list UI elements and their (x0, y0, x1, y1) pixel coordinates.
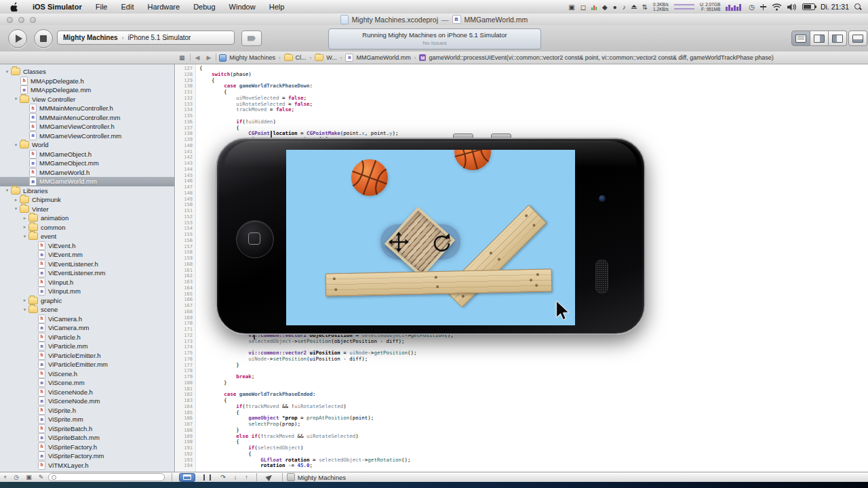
line-number-gutter[interactable]: 1271281291301311321331341351361371381391… (176, 64, 196, 472)
disclosure-icon[interactable]: ▾ (22, 307, 28, 312)
sidebar-item-vispritebatch-h[interactable]: hViSpriteBatch.h (0, 424, 174, 434)
disclosure-icon[interactable]: ▾ (13, 142, 19, 148)
line-number[interactable]: 158 (176, 249, 193, 256)
line-number[interactable]: 190 (176, 439, 193, 445)
sidebar-item-viparticle-mm[interactable]: mViParticle.mm (0, 342, 174, 351)
code-line[interactable] (199, 368, 868, 374)
breadcrumb-group-world[interactable]: W...› (315, 54, 342, 61)
code-line[interactable]: uiNode->setPosition(uiPosition - diff); (199, 357, 868, 363)
line-number[interactable]: 149 (176, 197, 193, 203)
line-number[interactable]: 154 (176, 226, 193, 232)
line-number[interactable]: 135 (176, 113, 193, 119)
sidebar-item-view-controller[interactable]: ▾View Controller (0, 95, 174, 104)
stop-button[interactable] (34, 29, 53, 48)
menu-item-file[interactable]: File (89, 3, 115, 11)
sidebar-item-classes[interactable]: ▾Classes (0, 67, 174, 77)
sidebar-item-visprite-h[interactable]: hViSprite.h (0, 406, 174, 415)
updown-arrows-icon[interactable]: ⇅ (642, 3, 648, 11)
navigator-filter-field[interactable] (48, 473, 165, 481)
disclosure-icon[interactable]: ▾ (4, 188, 10, 193)
line-number[interactable]: 141 (176, 149, 193, 155)
step-out-button[interactable]: ↑ (245, 474, 248, 481)
code-line[interactable]: } (199, 363, 868, 369)
sidebar-item-viinput-h[interactable]: hViInput.h (0, 278, 174, 287)
disclosure-icon[interactable]: ▾ (13, 96, 19, 102)
line-number[interactable]: 169 (176, 315, 193, 321)
code-line[interactable]: } (199, 380, 868, 386)
standard-editor-button[interactable] (791, 30, 810, 46)
line-number[interactable]: 139 (176, 137, 193, 143)
code-line[interactable]: case gameWorldTrackPhaseDown: (199, 83, 868, 89)
window-title-bar[interactable]: Mighty Machines.xcodeproj — m MMGameWorl… (0, 14, 868, 26)
screen-recording-icon[interactable]: ▣ (568, 3, 574, 11)
view-toggle-button[interactable] (848, 30, 867, 46)
sidebar-item-mmappdelegate-h[interactable]: hMMAppDelegate.h (0, 77, 174, 86)
line-number[interactable]: 161 (176, 268, 193, 274)
unsaved-filter-icon[interactable]: ✎ (35, 474, 47, 481)
code-line[interactable]: rotation -= 45.0; (199, 463, 868, 469)
line-number[interactable]: 156 (176, 238, 193, 244)
line-number[interactable]: 193 (176, 458, 193, 464)
sidebar-item-vitmxlayer-h[interactable]: hViTMXLayer.h (0, 461, 174, 470)
simulate-location-button[interactable] (265, 473, 273, 481)
plank-horizontal[interactable] (326, 269, 553, 297)
line-number[interactable]: 155 (176, 232, 193, 238)
breadcrumb-file[interactable]: mMMGameWorld.mm› (345, 54, 416, 62)
line-number[interactable]: 142 (176, 155, 193, 161)
disclosure-icon[interactable]: ▾ (4, 69, 10, 75)
battery-icon[interactable] (802, 3, 815, 10)
line-number[interactable]: 148 (176, 190, 193, 197)
line-number[interactable]: 180 (176, 380, 193, 386)
simulator-screen[interactable] (286, 150, 575, 325)
line-number[interactable]: 177 (176, 363, 193, 369)
step-into-button[interactable]: ↓ (234, 474, 237, 481)
accessibility-icon[interactable] (760, 4, 766, 10)
sidebar-item-mmgameobject-h[interactable]: hMMGameObject.h (0, 150, 174, 159)
sidebar-item-vispritefactory-h[interactable]: hViSpriteFactory.h (0, 443, 174, 452)
disclosure-icon[interactable]: ▸ (22, 216, 28, 221)
line-number[interactable]: 146 (176, 178, 193, 184)
run-button[interactable] (8, 29, 27, 48)
line-number[interactable]: 143 (176, 161, 193, 167)
code-line[interactable]: else if(!trackMoved && uiRotateSelected) (199, 434, 868, 440)
menu-item-debug[interactable]: Debug (186, 3, 222, 11)
sidebar-item-event[interactable]: ▾event (0, 232, 174, 241)
line-number[interactable]: 179 (176, 374, 193, 380)
line-number[interactable]: 163 (176, 279, 193, 285)
sidebar-item-viparticle-h[interactable]: hViParticle.h (0, 333, 174, 342)
related-items-icon[interactable]: ▦ (176, 54, 189, 61)
line-number[interactable]: 152 (176, 214, 193, 220)
code-line[interactable]: break; (199, 374, 868, 380)
menu-item-ios-simulator[interactable]: iOS Simulator (26, 3, 89, 11)
line-number[interactable]: 189 (176, 434, 193, 440)
line-number[interactable]: 144 (176, 167, 193, 173)
volume-icon[interactable] (787, 3, 797, 11)
line-number[interactable]: 185 (176, 410, 193, 416)
breadcrumb-project[interactable]: Mighty Machines› (219, 54, 281, 62)
line-number[interactable]: 127 (176, 66, 193, 72)
spotlight-icon[interactable] (854, 3, 861, 10)
network-graph-icon[interactable] (674, 3, 694, 11)
cpu-meter-icon[interactable] (591, 3, 597, 10)
menu-item-hardware[interactable]: Hardware (140, 3, 186, 11)
line-number[interactable]: 182 (176, 392, 193, 398)
sidebar-item-animation[interactable]: ▸animation (0, 214, 174, 223)
line-number[interactable]: 159 (176, 256, 193, 262)
version-editor-button[interactable] (829, 30, 847, 46)
line-number[interactable]: 140 (176, 143, 193, 149)
menu-clock[interactable]: Di. 21:31 (821, 3, 849, 11)
sidebar-item-world[interactable]: ▾World (0, 140, 174, 150)
sidebar-item-vieventlistener-h[interactable]: hViEventListener.h (0, 260, 174, 269)
line-number[interactable]: 173 (176, 339, 193, 345)
time-machine-icon[interactable]: ◷ (749, 3, 755, 11)
line-number[interactable]: 191 (176, 445, 193, 451)
basketball-1[interactable] (351, 159, 389, 197)
line-number[interactable]: 188 (176, 428, 193, 434)
line-number[interactable]: 164 (176, 285, 193, 291)
code-line[interactable]: case gameWorldTrackPhaseEnded: (199, 392, 868, 398)
menu-item-help[interactable]: Help (262, 3, 292, 11)
code-line[interactable]: switch(phase) (199, 72, 868, 78)
sidebar-item-libraries[interactable]: ▾Libraries (0, 186, 174, 196)
home-button[interactable] (236, 220, 274, 258)
line-number[interactable]: 129 (176, 78, 193, 84)
